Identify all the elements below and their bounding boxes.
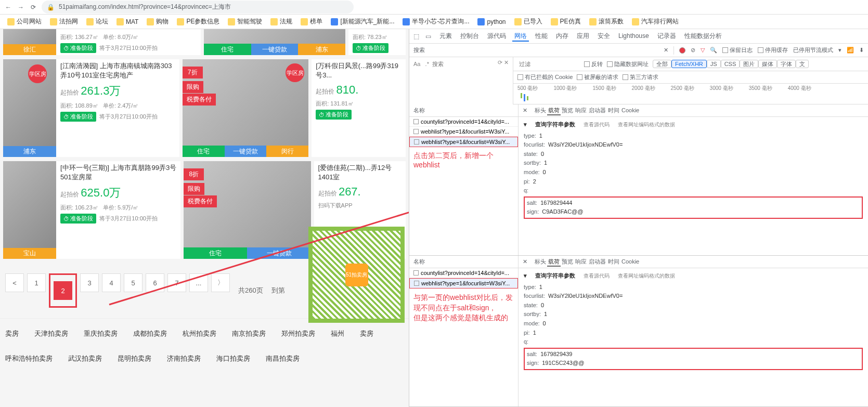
devtools-tab[interactable]: 应用 (575, 31, 591, 41)
devtools-tab[interactable]: Lighthouse (616, 31, 651, 41)
footer-link[interactable]: 昆明拍卖房 (118, 354, 151, 363)
bookmark-item[interactable]: 榜单 (297, 16, 326, 27)
devtools-tab[interactable]: 网络 (512, 31, 529, 42)
footer-link[interactable]: 杭州拍卖房 (183, 329, 216, 338)
page-button[interactable]: < (5, 273, 24, 292)
page-button[interactable]: 7 (167, 273, 186, 292)
filter-icon[interactable]: ▽ (701, 47, 705, 54)
bookmark-item[interactable]: PE仿真 (548, 16, 584, 27)
footer-link[interactable]: 卖房 (5, 329, 19, 338)
pane-tab[interactable]: 载荷 (547, 257, 561, 267)
pane-tab[interactable]: 启动器 (588, 257, 607, 266)
pane-tab[interactable]: 预览 (561, 257, 574, 266)
filter-type[interactable]: 字体 (777, 60, 796, 68)
footer-link[interactable]: 海口拍卖房 (216, 354, 250, 363)
page-button[interactable]: ... (189, 273, 208, 292)
pane-tab[interactable]: 标头 (534, 257, 547, 266)
footer-link[interactable]: 重庆拍卖房 (84, 329, 118, 338)
download-icon[interactable]: ⬇ (859, 47, 864, 54)
page-button[interactable]: 6 (146, 273, 164, 292)
network-timeline[interactable]: 500 毫秒1000 毫秒1500 毫秒2000 毫秒2500 毫秒3000 毫… (513, 84, 868, 104)
footer-link[interactable]: 济南拍卖房 (167, 354, 201, 363)
page-button[interactable]: 3 (80, 273, 99, 292)
footer-link[interactable]: 南昌拍卖房 (266, 354, 300, 363)
devtools-tab[interactable]: 内存 (554, 31, 571, 41)
page-button[interactable]: 4 (102, 273, 121, 292)
footer-link[interactable]: 天津拍卖房 (34, 329, 68, 338)
filter-type[interactable]: 全部 (653, 60, 671, 68)
bookmark-item[interactable]: 购物 (144, 16, 172, 27)
network-request[interactable]: countylist?provinceId=14&cityId=... (409, 117, 518, 127)
pane-tab[interactable]: 载荷 (547, 106, 561, 115)
bookmark-item[interactable]: 已导入 (511, 16, 546, 27)
close-icon[interactable]: ✕ (664, 47, 668, 54)
devtools-tab[interactable]: 安全 (595, 31, 612, 41)
network-request[interactable]: webhlist?type=1&focurlist=W3siY... (409, 127, 518, 137)
devtools-tab[interactable]: 元素 (437, 31, 454, 41)
bookmark-item[interactable]: 滚筒系数 (586, 16, 627, 27)
devtools-tab[interactable]: 性能 (533, 31, 550, 41)
bookmark-item[interactable]: python (474, 17, 509, 27)
footer-link[interactable]: 郑州拍卖房 (281, 329, 315, 338)
page-button[interactable]: 2 (54, 281, 72, 300)
listing-card[interactable]: 宝山 [中环一号(三期)] 上海市真朋路99弄3号501室房屋 起拍价 625.… (3, 161, 180, 259)
filter-type[interactable]: 媒体 (758, 60, 777, 68)
pane-tab[interactable]: 时间 (607, 257, 620, 266)
listing-card[interactable]: 徐汇 面积: 136.27㎡ 单价: 8.0万/㎡ ⏱准备阶段将于3月27日10… (3, 29, 201, 55)
bookmark-item[interactable]: 汽车排行网站 (629, 16, 682, 27)
pane-tab[interactable]: 时间 (607, 106, 620, 114)
page-button[interactable]: 〉 (211, 273, 230, 292)
forward-icon[interactable]: → (17, 3, 25, 11)
footer-link[interactable]: 呼和浩特拍卖房 (5, 354, 53, 363)
listing-image-card[interactable]: 8折 限购 税费各付 住宅一键贷款 (184, 161, 310, 259)
page-button[interactable]: 1 (27, 273, 46, 292)
devtools-tab[interactable]: 源代码 (485, 31, 508, 41)
listing-card[interactable]: [万科假日风景(...路99弄319号3... 起拍价 810. 面积: 131… (312, 59, 406, 157)
bookmark-item[interactable]: 法拍网 (47, 16, 81, 27)
devtools-tab[interactable]: 性能数据分析 (682, 31, 724, 41)
bookmark-item[interactable]: 智能驾驶 (225, 16, 265, 27)
listing-card[interactable]: 面积: 78.23㎡ ⏱准备阶段 (348, 29, 406, 55)
footer-link[interactable]: 福州 (331, 329, 344, 338)
clear-icon[interactable]: ⊘ (691, 47, 695, 54)
bookmark-item[interactable]: MAT (113, 17, 141, 27)
close-icon[interactable]: ✕ (523, 258, 527, 265)
bookmark-item[interactable]: [新能源汽车_新能... (328, 16, 397, 27)
pane-tab[interactable]: 响应 (574, 257, 588, 266)
reload-icon[interactable]: ⟳ (29, 3, 37, 11)
pane-tab[interactable]: Cookie (620, 106, 640, 114)
devtools-tab[interactable]: 控制台 (458, 31, 481, 41)
device-icon[interactable]: ▭ (425, 33, 431, 40)
close-icon[interactable]: ✕ (523, 107, 527, 114)
record-icon[interactable] (679, 47, 685, 54)
back-icon[interactable]: ← (4, 3, 12, 11)
pane-tab[interactable]: Cookie (620, 257, 640, 266)
devtools-tab[interactable]: 记录器 (655, 31, 678, 41)
devtools-search-input[interactable] (431, 59, 483, 69)
listing-image-card[interactable]: 7折 限购 税费各付 学区房 住宅一键贷款闵行 (183, 59, 308, 157)
footer-link[interactable]: 武汉拍卖房 (68, 354, 102, 363)
pane-tab[interactable]: 标头 (534, 106, 547, 114)
bookmark-item[interactable]: PE参数信息 (174, 16, 223, 27)
filter-type[interactable]: CSS (721, 60, 740, 68)
footer-link[interactable]: 南京拍卖房 (232, 329, 266, 338)
pane-tab[interactable]: 预览 (561, 106, 574, 114)
filter-input[interactable] (517, 59, 580, 69)
filter-type[interactable]: 图片 (740, 60, 758, 68)
footer-link[interactable]: 成都拍卖房 (133, 329, 167, 338)
filter-type[interactable]: 文 (796, 60, 809, 68)
filter-type[interactable]: Fetch/XHR (671, 60, 707, 68)
filter-type[interactable]: JS (707, 60, 721, 68)
network-request[interactable]: webhlist?type=1&focurlist=W3siY... (409, 278, 518, 288)
inspect-icon[interactable]: ⬚ (413, 33, 419, 40)
page-button[interactable]: 5 (124, 273, 142, 292)
bookmark-item[interactable]: 论坛 (83, 16, 111, 27)
pane-tab[interactable]: 响应 (574, 106, 588, 114)
search-icon[interactable]: 🔍 (710, 47, 717, 54)
pane-tab[interactable]: 启动器 (588, 106, 607, 114)
footer-link[interactable]: 卖房 (360, 329, 373, 338)
url-bar[interactable]: 🔒 51paimaifang.com/index.html?province=1… (42, 1, 354, 14)
listing-image-card[interactable]: 住宅一键贷款浦东 (204, 29, 345, 55)
network-request[interactable]: webhlist?type=1&focurlist=W3siY... (409, 137, 518, 147)
wifi-icon[interactable]: 📶 (847, 47, 854, 54)
